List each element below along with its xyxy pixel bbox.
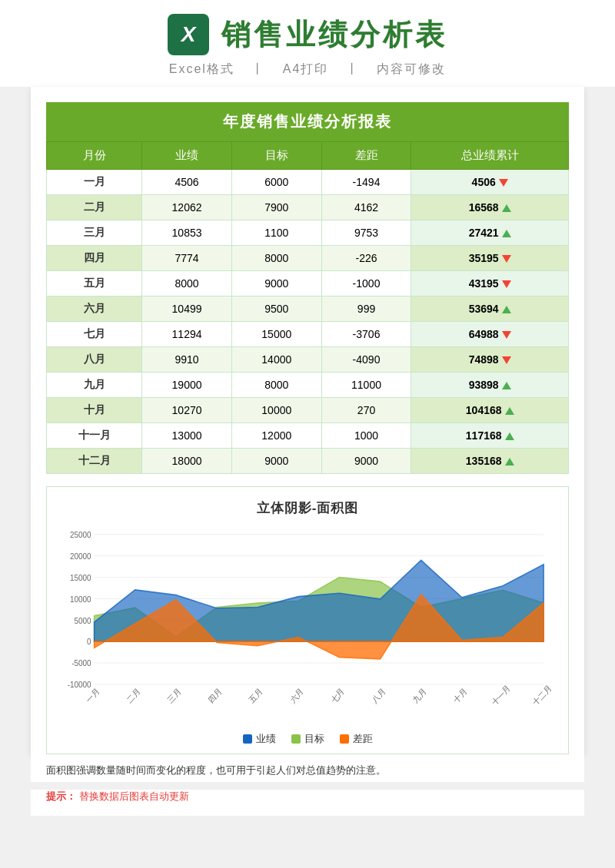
legend-label-gap: 差距 xyxy=(353,732,373,746)
cell-target: 9000 xyxy=(231,271,321,297)
table-row: 十月1027010000270104168 xyxy=(47,398,569,423)
table-row: 二月120627900416216568 xyxy=(47,195,569,220)
table-row: 十一月13000120001000117168 xyxy=(47,423,569,449)
cell-gap: 4162 xyxy=(321,195,411,220)
cell-total: 135168 xyxy=(411,449,569,474)
table-title: 年度销售业绩分析报表 xyxy=(46,102,569,141)
main-content: 年度销售业绩分析报表 月份 业绩 目标 差距 总业绩累计 一月45066000-… xyxy=(31,87,584,754)
subtitle: Excel格式 丨 A4打印 丨 内容可修改 xyxy=(163,61,453,78)
tip-text: 提示： 替换数据后图表自动更新 xyxy=(31,790,584,816)
cell-total: 93898 xyxy=(411,373,569,398)
cell-target: 8000 xyxy=(231,246,321,271)
svg-text:20000: 20000 xyxy=(70,552,91,561)
cell-target: 9500 xyxy=(231,297,321,322)
cell-target: 15000 xyxy=(231,322,321,347)
cell-total: 4506 xyxy=(411,170,569,195)
svg-text:十月: 十月 xyxy=(452,687,468,704)
cell-target: 1100 xyxy=(231,220,321,246)
table-row: 六月10499950099953694 xyxy=(47,297,569,322)
cell-performance: 18000 xyxy=(142,449,232,474)
cell-performance: 8000 xyxy=(142,271,232,297)
cell-total: 16568 xyxy=(411,195,569,220)
col-header-target: 目标 xyxy=(231,142,321,170)
cell-gap: 11000 xyxy=(321,373,411,398)
cell-month: 四月 xyxy=(47,246,142,271)
legend-label-performance: 业绩 xyxy=(256,732,276,746)
tip-label: 提示： xyxy=(46,790,76,802)
cell-target: 6000 xyxy=(231,170,321,195)
col-header-month: 月份 xyxy=(47,142,142,170)
svg-text:四月: 四月 xyxy=(207,687,223,704)
data-table: 月份 业绩 目标 差距 总业绩累计 一月45066000-14944506二月1… xyxy=(46,141,569,474)
cell-month: 十一月 xyxy=(47,423,142,449)
cell-gap: -4090 xyxy=(321,347,411,373)
cell-performance: 19000 xyxy=(142,373,232,398)
cell-month: 一月 xyxy=(47,170,142,195)
cell-target: 9000 xyxy=(231,449,321,474)
cell-target: 14000 xyxy=(231,347,321,373)
cell-gap: -1494 xyxy=(321,170,411,195)
cell-target: 8000 xyxy=(231,373,321,398)
page-header: 销售业绩分析表 Excel格式 丨 A4打印 丨 内容可修改 xyxy=(0,0,615,87)
table-row: 五月80009000-100043195 xyxy=(47,271,569,297)
cell-gap: 9753 xyxy=(321,220,411,246)
cell-total: 43195 xyxy=(411,271,569,297)
footer-description: 面积图强调数量随时间而变化的程度，也可用于引起人们对总值趋势的注意。 xyxy=(31,754,584,782)
chart-legend: 业绩 目标 差距 xyxy=(56,732,559,746)
cell-total: 104168 xyxy=(411,398,569,423)
table-row: 三月108531100975327421 xyxy=(47,220,569,246)
svg-text:25000: 25000 xyxy=(70,531,91,539)
cell-performance: 4506 xyxy=(142,170,232,195)
cell-performance: 7774 xyxy=(142,246,232,271)
svg-text:三月: 三月 xyxy=(166,687,182,704)
table-row: 四月77748000-22635195 xyxy=(47,246,569,271)
legend-performance: 业绩 xyxy=(243,732,276,746)
table-row: 十二月1800090009000135168 xyxy=(47,449,569,474)
cell-gap: 9000 xyxy=(321,449,411,474)
legend-dot-gap xyxy=(340,734,349,744)
cell-month: 八月 xyxy=(47,347,142,373)
cell-month: 十二月 xyxy=(47,449,142,474)
svg-text:十一月: 十一月 xyxy=(490,684,512,707)
svg-text:二月: 二月 xyxy=(125,687,141,704)
svg-text:0: 0 xyxy=(87,638,91,646)
table-row: 七月1129415000-370664988 xyxy=(47,322,569,347)
cell-gap: 1000 xyxy=(321,423,411,449)
cell-month: 九月 xyxy=(47,373,142,398)
cell-month: 六月 xyxy=(47,297,142,322)
svg-text:九月: 九月 xyxy=(411,687,427,704)
cell-gap: -226 xyxy=(321,246,411,271)
svg-text:10000: 10000 xyxy=(70,595,91,603)
tip-content: 替换数据后图表自动更新 xyxy=(79,790,189,802)
svg-text:5000: 5000 xyxy=(75,616,91,624)
cell-gap: 270 xyxy=(321,398,411,423)
chart-area: 2500020000150001000050000-5000-10000一月二月… xyxy=(56,526,559,726)
cell-performance: 9910 xyxy=(142,347,232,373)
svg-text:-10000: -10000 xyxy=(68,681,91,689)
cell-month: 二月 xyxy=(47,195,142,220)
legend-label-target: 目标 xyxy=(304,732,324,746)
svg-text:-5000: -5000 xyxy=(71,659,91,668)
table-row: 九月1900080001100093898 xyxy=(47,373,569,398)
col-header-gap: 差距 xyxy=(321,142,411,170)
cell-month: 七月 xyxy=(47,322,142,347)
cell-month: 十月 xyxy=(47,398,142,423)
svg-text:15000: 15000 xyxy=(70,573,91,581)
cell-performance: 12062 xyxy=(142,195,232,220)
svg-text:七月: 七月 xyxy=(330,687,346,704)
cell-target: 7900 xyxy=(231,195,321,220)
cell-performance: 10499 xyxy=(142,297,232,322)
cell-performance: 13000 xyxy=(142,423,232,449)
legend-target: 目标 xyxy=(291,732,324,746)
table-row: 八月991014000-409074898 xyxy=(47,347,569,373)
cell-total: 117168 xyxy=(411,423,569,449)
legend-gap: 差距 xyxy=(340,732,373,746)
cell-total: 27421 xyxy=(411,220,569,246)
cell-performance: 10270 xyxy=(142,398,232,423)
col-header-total: 总业绩累计 xyxy=(411,142,569,170)
cell-performance: 10853 xyxy=(142,220,232,246)
cell-month: 三月 xyxy=(47,220,142,246)
svg-text:一月: 一月 xyxy=(85,687,101,704)
col-header-performance: 业绩 xyxy=(142,142,232,170)
cell-month: 五月 xyxy=(47,271,142,297)
